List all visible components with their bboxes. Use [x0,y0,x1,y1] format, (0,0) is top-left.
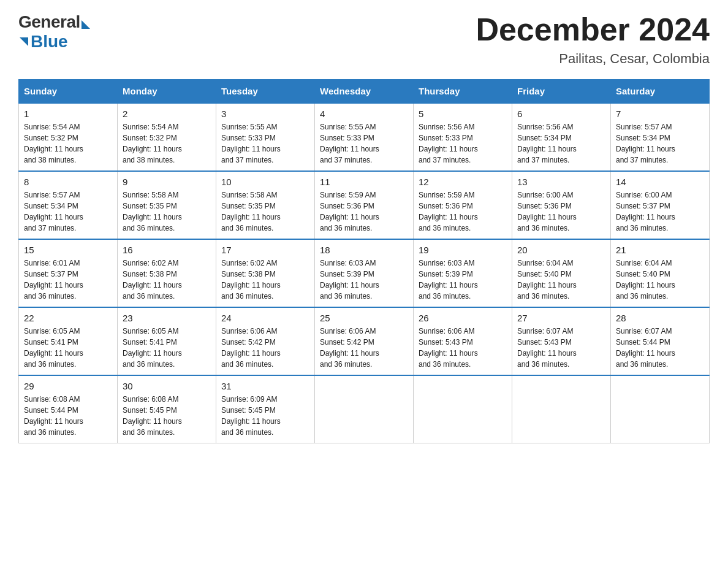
day-number: 29 [24,381,112,391]
day-number: 19 [419,245,507,255]
day-info: Sunrise: 5:56 AM Sunset: 5:33 PM Dayligh… [419,121,507,166]
day-number: 16 [123,245,211,255]
day-info: Sunrise: 6:08 AM Sunset: 5:45 PM Dayligh… [123,394,211,438]
calendar-cell: 16 Sunrise: 6:02 AM Sunset: 5:38 PM Dayl… [118,239,216,307]
day-number: 8 [24,177,112,187]
day-info: Sunrise: 6:04 AM Sunset: 5:40 PM Dayligh… [616,258,704,302]
calendar-cell: 4 Sunrise: 5:55 AM Sunset: 5:33 PM Dayli… [315,103,414,171]
calendar-cell: 7 Sunrise: 5:57 AM Sunset: 5:34 PM Dayli… [611,103,710,171]
calendar-cell: 2 Sunrise: 5:54 AM Sunset: 5:32 PM Dayli… [118,103,216,171]
logo: General Blue [18,12,90,52]
calendar-cell: 5 Sunrise: 5:56 AM Sunset: 5:33 PM Dayli… [414,103,512,171]
day-info: Sunrise: 6:02 AM Sunset: 5:38 PM Dayligh… [221,258,309,302]
day-info: Sunrise: 6:00 AM Sunset: 5:37 PM Dayligh… [616,190,704,234]
logo-blue-text: Blue [31,32,68,52]
day-number: 9 [123,177,211,187]
title-section: December 2024 Pailitas, Cesar, Colombia [476,12,710,67]
page-header: General Blue December 2024 Pailitas, Ces… [18,12,710,67]
day-info: Sunrise: 6:01 AM Sunset: 5:37 PM Dayligh… [24,258,112,302]
day-info: Sunrise: 5:59 AM Sunset: 5:36 PM Dayligh… [320,190,408,234]
day-info: Sunrise: 6:07 AM Sunset: 5:43 PM Dayligh… [517,326,605,370]
calendar-cell: 10 Sunrise: 5:58 AM Sunset: 5:35 PM Dayl… [216,171,315,239]
day-number: 21 [616,245,704,255]
day-number: 22 [24,313,112,323]
day-info: Sunrise: 5:57 AM Sunset: 5:34 PM Dayligh… [24,190,112,234]
day-info: Sunrise: 5:57 AM Sunset: 5:34 PM Dayligh… [616,121,704,166]
calendar-cell: 19 Sunrise: 6:03 AM Sunset: 5:39 PM Dayl… [414,239,512,307]
calendar-cell [611,375,710,443]
calendar-cell: 18 Sunrise: 6:03 AM Sunset: 5:39 PM Dayl… [315,239,414,307]
day-info: Sunrise: 5:58 AM Sunset: 5:35 PM Dayligh… [221,190,309,234]
calendar-cell [315,375,414,443]
logo-general-text: General [18,12,80,32]
calendar-cell: 17 Sunrise: 6:02 AM Sunset: 5:38 PM Dayl… [216,239,315,307]
calendar-cell: 12 Sunrise: 5:59 AM Sunset: 5:36 PM Dayl… [414,171,512,239]
header-tuesday: Tuesday [216,80,315,104]
day-number: 3 [221,109,309,119]
day-info: Sunrise: 5:54 AM Sunset: 5:32 PM Dayligh… [123,121,211,166]
day-info: Sunrise: 6:05 AM Sunset: 5:41 PM Dayligh… [123,326,211,370]
calendar-cell: 1 Sunrise: 5:54 AM Sunset: 5:32 PM Dayli… [19,103,118,171]
day-info: Sunrise: 6:04 AM Sunset: 5:40 PM Dayligh… [517,258,605,302]
day-number: 1 [24,109,112,119]
day-info: Sunrise: 5:54 AM Sunset: 5:32 PM Dayligh… [24,121,112,166]
day-number: 24 [221,313,309,323]
week-row-2: 8 Sunrise: 5:57 AM Sunset: 5:34 PM Dayli… [19,171,710,239]
calendar-cell: 22 Sunrise: 6:05 AM Sunset: 5:41 PM Dayl… [19,307,118,375]
day-info: Sunrise: 6:08 AM Sunset: 5:44 PM Dayligh… [24,394,112,438]
calendar-cell: 9 Sunrise: 5:58 AM Sunset: 5:35 PM Dayli… [118,171,216,239]
header-saturday: Saturday [611,80,710,104]
header-sunday: Sunday [19,80,118,104]
calendar-cell: 25 Sunrise: 6:06 AM Sunset: 5:42 PM Dayl… [315,307,414,375]
week-row-4: 22 Sunrise: 6:05 AM Sunset: 5:41 PM Dayl… [19,307,710,375]
calendar-cell: 28 Sunrise: 6:07 AM Sunset: 5:44 PM Dayl… [611,307,710,375]
header-wednesday: Wednesday [315,80,414,104]
calendar-cell: 24 Sunrise: 6:06 AM Sunset: 5:42 PM Dayl… [216,307,315,375]
calendar-table: SundayMondayTuesdayWednesdayThursdayFrid… [18,79,710,443]
calendar-cell: 15 Sunrise: 6:01 AM Sunset: 5:37 PM Dayl… [19,239,118,307]
day-number: 28 [616,313,704,323]
day-number: 25 [320,313,408,323]
day-number: 5 [419,109,507,119]
day-number: 27 [517,313,605,323]
day-info: Sunrise: 6:06 AM Sunset: 5:42 PM Dayligh… [221,326,309,370]
day-info: Sunrise: 6:06 AM Sunset: 5:42 PM Dayligh… [320,326,408,370]
day-info: Sunrise: 6:00 AM Sunset: 5:36 PM Dayligh… [517,190,605,234]
day-number: 31 [221,381,309,391]
calendar-cell: 11 Sunrise: 5:59 AM Sunset: 5:36 PM Dayl… [315,171,414,239]
day-info: Sunrise: 5:55 AM Sunset: 5:33 PM Dayligh… [221,121,309,166]
day-info: Sunrise: 6:07 AM Sunset: 5:44 PM Dayligh… [616,326,704,370]
day-info: Sunrise: 5:55 AM Sunset: 5:33 PM Dayligh… [320,121,408,166]
calendar-cell: 31 Sunrise: 6:09 AM Sunset: 5:45 PM Dayl… [216,375,315,443]
day-number: 6 [517,109,605,119]
day-number: 26 [419,313,507,323]
day-number: 13 [517,177,605,187]
day-number: 15 [24,245,112,255]
calendar-cell: 3 Sunrise: 5:55 AM Sunset: 5:33 PM Dayli… [216,103,315,171]
month-year-title: December 2024 [476,12,710,47]
logo-arrow-icon [82,20,90,29]
calendar-cell: 20 Sunrise: 6:04 AM Sunset: 5:40 PM Dayl… [512,239,611,307]
day-info: Sunrise: 5:58 AM Sunset: 5:35 PM Dayligh… [123,190,211,234]
day-info: Sunrise: 6:03 AM Sunset: 5:39 PM Dayligh… [419,258,507,302]
day-number: 12 [419,177,507,187]
day-info: Sunrise: 5:59 AM Sunset: 5:36 PM Dayligh… [419,190,507,234]
day-number: 30 [123,381,211,391]
day-info: Sunrise: 5:56 AM Sunset: 5:34 PM Dayligh… [517,121,605,166]
calendar-cell: 29 Sunrise: 6:08 AM Sunset: 5:44 PM Dayl… [19,375,118,443]
calendar-cell: 13 Sunrise: 6:00 AM Sunset: 5:36 PM Dayl… [512,171,611,239]
header-friday: Friday [512,80,611,104]
calendar-cell: 8 Sunrise: 5:57 AM Sunset: 5:34 PM Dayli… [19,171,118,239]
calendar-header-row: SundayMondayTuesdayWednesdayThursdayFrid… [19,80,710,104]
header-thursday: Thursday [414,80,512,104]
calendar-cell [512,375,611,443]
week-row-5: 29 Sunrise: 6:08 AM Sunset: 5:44 PM Dayl… [19,375,710,443]
day-number: 18 [320,245,408,255]
calendar-cell: 21 Sunrise: 6:04 AM Sunset: 5:40 PM Dayl… [611,239,710,307]
day-info: Sunrise: 6:09 AM Sunset: 5:45 PM Dayligh… [221,394,309,438]
day-info: Sunrise: 6:03 AM Sunset: 5:39 PM Dayligh… [320,258,408,302]
day-info: Sunrise: 6:02 AM Sunset: 5:38 PM Dayligh… [123,258,211,302]
calendar-cell: 27 Sunrise: 6:07 AM Sunset: 5:43 PM Dayl… [512,307,611,375]
day-number: 7 [616,109,704,119]
day-number: 2 [123,109,211,119]
